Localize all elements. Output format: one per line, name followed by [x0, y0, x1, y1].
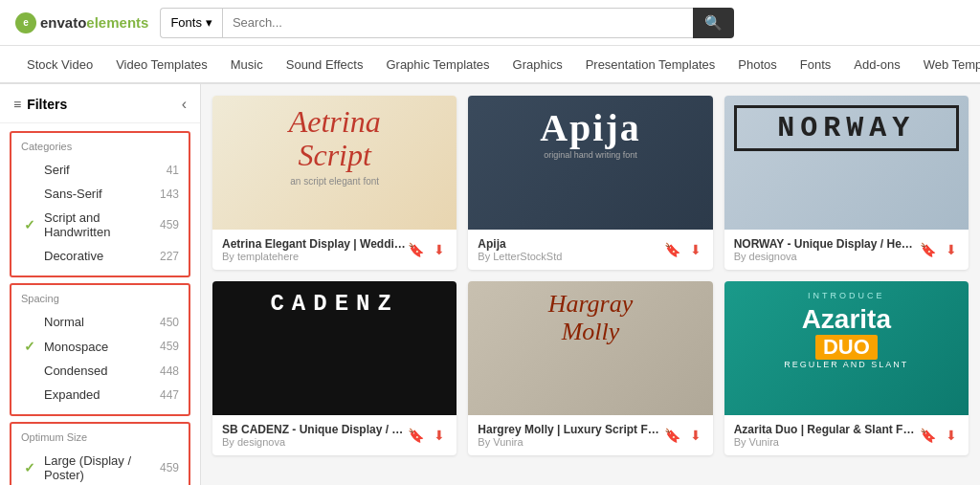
categories-label: Categories — [11, 141, 189, 158]
apija-bookmark-button[interactable]: 🔖 — [662, 240, 682, 259]
card-azarita-actions: 🔖 ⬇ — [918, 426, 959, 445]
hargray-download-button[interactable]: ⬇ — [688, 426, 703, 445]
main-layout: ≡ Filters ‹ Categories Serif 41 Sans-Ser… — [0, 84, 980, 485]
card-aetrina-thumb: AetrinaScript an script elegant font — [212, 96, 457, 230]
nav-item-presentation-templates[interactable]: Presentation Templates — [574, 46, 727, 84]
azarita-duo-display: DUO — [734, 335, 959, 360]
monospace-label: Monospace — [44, 340, 160, 354]
logo-icon: e — [15, 12, 36, 33]
serif-count: 41 — [167, 164, 179, 177]
card-apija[interactable]: Apija original hand writing font Apija B… — [468, 96, 712, 270]
optimum-size-label: Optimum Size — [11, 431, 189, 449]
nav-item-graphics[interactable]: Graphics — [501, 46, 574, 84]
card-norway-text: NORWAY - Unique Display / Headlin... By … — [734, 237, 918, 262]
sidebar: ≡ Filters ‹ Categories Serif 41 Sans-Ser… — [0, 84, 201, 485]
card-hargray-text: Hargrey Molly | Luxury Script Font By Vu… — [478, 423, 661, 448]
card-aetrina-text: Aetrina Elegant Display | Wedding F... B… — [222, 237, 406, 262]
norway-font-display: NORWAY — [734, 105, 959, 151]
serif-label: Serif — [44, 163, 167, 177]
script-label: Script and Handwritten — [44, 210, 160, 239]
check-mark-icon: ✓ — [24, 217, 35, 232]
search-input[interactable] — [222, 8, 693, 38]
aetrina-sub-display: an script elegant font — [222, 176, 447, 187]
filter-large-display[interactable]: ✓ Large (Display / Poster) 459 — [11, 449, 189, 485]
condensed-count: 448 — [160, 364, 179, 378]
card-azarita-info: Azarita Duo | Regular & Slant Font By Vu… — [724, 415, 969, 455]
azarita-download-button[interactable]: ⬇ — [944, 426, 959, 445]
hargray-bookmark-button[interactable]: 🔖 — [662, 426, 682, 445]
large-display-count: 459 — [160, 461, 179, 474]
filter-normal[interactable]: Normal 450 — [11, 310, 189, 334]
card-cadenz-text: SB CADENZ - Unique Display / Logo... By … — [222, 423, 406, 448]
nav-item-sound-effects[interactable]: Sound Effects — [275, 46, 375, 84]
aetrina-download-button[interactable]: ⬇ — [432, 240, 447, 259]
card-apija-thumb: Apija original hand writing font — [468, 96, 712, 230]
filter-script[interactable]: ✓ Script and Handwritten 459 — [11, 206, 189, 244]
card-azarita[interactable]: INTRODUCE Azarita DUO REGULER AND SLANT … — [724, 281, 969, 455]
card-apija-title: Apija — [478, 237, 661, 251]
monospace-count: 459 — [160, 340, 179, 353]
logo-text: envatoelements — [40, 14, 148, 31]
nav-item-music[interactable]: Music — [219, 46, 275, 84]
card-norway-info: NORWAY - Unique Display / Headlin... By … — [724, 230, 969, 270]
card-azarita-thumb: INTRODUCE Azarita DUO REGULER AND SLANT — [724, 281, 969, 415]
filter-sans-serif[interactable]: Sans-Serif 143 — [11, 182, 189, 206]
azarita-bookmark-button[interactable]: 🔖 — [918, 426, 938, 445]
card-cadenz[interactable]: CADENZ SB CADENZ - Unique Display / Logo… — [212, 281, 457, 455]
sidebar-header: ≡ Filters ‹ — [0, 96, 200, 123]
azarita-main-display: Azarita — [734, 304, 959, 335]
nav-item-photos[interactable]: Photos — [726, 46, 788, 84]
nav-item-fonts[interactable]: Fonts — [789, 46, 843, 84]
norway-bookmark-button[interactable]: 🔖 — [918, 240, 938, 259]
apija-download-button[interactable]: ⬇ — [688, 240, 703, 259]
filter-expanded[interactable]: Expanded 447 — [11, 383, 189, 407]
aetrina-font-display: AetrinaScript — [222, 105, 447, 172]
card-apija-info: Apija By LetterStockStd 🔖 ⬇ — [468, 230, 712, 270]
apija-sub-display: original hand writing font — [478, 150, 702, 160]
card-apija-author: By LetterStockStd — [478, 251, 661, 262]
card-aetrina[interactable]: AetrinaScript an script elegant font Aet… — [212, 96, 457, 270]
norway-download-button[interactable]: ⬇ — [944, 240, 959, 259]
card-cadenz-actions: 🔖 ⬇ — [406, 426, 447, 445]
nav-item-addons[interactable]: Add-ons — [842, 46, 911, 84]
card-azarita-author: By Vunira — [734, 436, 918, 448]
hargray-font-display: HargrayMolly — [478, 291, 702, 345]
filter-monospace[interactable]: ✓ Monospace 459 — [11, 334, 189, 359]
card-azarita-text: Azarita Duo | Regular & Slant Font By Vu… — [734, 423, 918, 448]
aetrina-bookmark-button[interactable]: 🔖 — [406, 240, 426, 259]
script-checkbox[interactable]: ✓ — [21, 217, 38, 232]
card-norway[interactable]: NORWAY NORWAY - Unique Display / Headlin… — [724, 96, 969, 270]
condensed-label: Condensed — [44, 364, 160, 378]
filter-serif[interactable]: Serif 41 — [11, 158, 189, 182]
search-category-dropdown[interactable]: Fonts ▾ — [160, 8, 222, 38]
card-apija-actions: 🔖 ⬇ — [662, 240, 703, 259]
nav-item-graphic-templates[interactable]: Graphic Templates — [374, 46, 501, 84]
search-button[interactable]: 🔍 — [693, 8, 734, 38]
sidebar-title-text: Filters — [27, 97, 67, 112]
filter-decorative[interactable]: Decorative 227 — [11, 244, 189, 268]
monospace-checkbox[interactable]: ✓ — [21, 339, 38, 354]
sidebar-collapse-button[interactable]: ‹ — [182, 96, 187, 113]
check-mark-icon: ✓ — [24, 339, 35, 354]
sidebar-title: ≡ Filters — [13, 97, 67, 112]
nav-item-video-templates[interactable]: Video Templates — [104, 46, 219, 84]
font-grid: AetrinaScript an script elegant font Aet… — [212, 96, 969, 455]
apija-font-display: Apija — [478, 105, 702, 150]
filter-condensed[interactable]: Condensed 448 — [11, 359, 189, 383]
check-mark-icon: ✓ — [24, 460, 35, 475]
cadenz-font-display: CADENZ — [222, 291, 447, 317]
card-hargray[interactable]: HargrayMolly Hargrey Molly | Luxury Scri… — [468, 281, 712, 455]
large-display-checkbox[interactable]: ✓ — [21, 460, 38, 475]
nav-item-stock-video[interactable]: Stock Video — [15, 46, 104, 84]
normal-count: 450 — [160, 316, 179, 329]
logo[interactable]: e envatoelements — [15, 12, 148, 33]
sans-serif-label: Sans-Serif — [44, 187, 160, 201]
nav-item-web-templates[interactable]: Web Templates — [912, 46, 980, 84]
decorative-count: 227 — [160, 250, 179, 263]
card-hargray-thumb: HargrayMolly — [468, 281, 712, 415]
cadenz-bookmark-button[interactable]: 🔖 — [406, 426, 426, 445]
card-apija-text: Apija By LetterStockStd — [478, 237, 661, 262]
expanded-label: Expanded — [44, 387, 160, 402]
spacing-section: Spacing Normal 450 ✓ Monospace 459 Conde… — [10, 283, 190, 416]
cadenz-download-button[interactable]: ⬇ — [432, 426, 447, 445]
